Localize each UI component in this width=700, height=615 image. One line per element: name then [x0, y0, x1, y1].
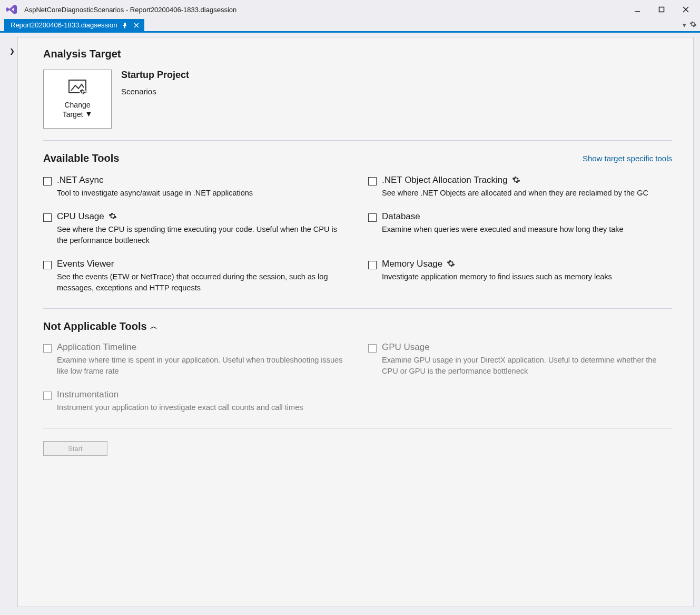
tool-description: Investigate application memory to find i… — [382, 271, 672, 282]
gear-icon[interactable] — [109, 212, 117, 222]
close-button[interactable] — [674, 2, 698, 17]
vs-logo-icon — [5, 3, 18, 16]
tool-title: Events Viewer — [57, 259, 114, 269]
target-subtitle: Scenarios — [121, 87, 189, 96]
separator — [43, 140, 672, 141]
tool-checkbox[interactable] — [43, 261, 52, 269]
tool-item: DatabaseExamine when queries were execut… — [368, 211, 672, 246]
tool-item: GPU UsageExamine GPU usage in your Direc… — [368, 342, 672, 377]
tool-checkbox[interactable] — [368, 177, 377, 186]
minimize-button[interactable] — [625, 2, 649, 17]
tool-description: See where the CPU is spending time execu… — [57, 224, 347, 246]
tool-title: .NET Async — [57, 175, 104, 186]
tool-title: Application Timeline — [57, 342, 136, 353]
change-target-button[interactable]: Change Target ▼ — [43, 70, 112, 129]
tool-checkbox[interactable] — [368, 213, 377, 222]
show-target-specific-link[interactable]: Show target specific tools — [583, 154, 672, 163]
gear-icon[interactable] — [512, 175, 520, 186]
change-target-label: Change Target ▼ — [63, 100, 93, 119]
tool-description: Examine where time is spent in your appl… — [57, 355, 347, 377]
tool-checkbox — [43, 392, 52, 400]
tool-item: CPU UsageSee where the CPU is spending t… — [43, 211, 347, 246]
document-tab[interactable]: Report20200406-1833.diagsession — [4, 19, 144, 31]
picture-gear-icon — [68, 79, 87, 95]
separator — [43, 308, 672, 309]
tool-description: See where .NET Objects are allocated and… — [382, 188, 672, 199]
tool-checkbox — [368, 344, 377, 353]
tool-item: Application TimelineExamine where time i… — [43, 342, 347, 377]
tool-title: CPU Usage — [57, 211, 104, 222]
side-gutter: ❯ — [6, 37, 18, 607]
main-content: Analysis Target Change Target ▼ Sta — [18, 37, 694, 607]
separator — [43, 428, 672, 428]
tool-item: .NET Object Allocation TrackingSee where… — [368, 175, 672, 199]
tool-item: .NET AsyncTool to investigate async/awai… — [43, 175, 347, 199]
available-tools-heading: Available Tools — [43, 152, 119, 164]
tool-description: Examine when queries were executed and m… — [382, 224, 672, 235]
tool-item: Events ViewerSee the events (ETW or NetT… — [43, 259, 347, 294]
tool-description: See the events (ETW or NetTrace) that oc… — [57, 271, 347, 294]
pin-icon[interactable] — [121, 22, 129, 29]
tool-checkbox[interactable] — [368, 261, 377, 269]
expand-chevron-icon[interactable]: ❯ — [9, 47, 15, 607]
svg-rect-1 — [659, 7, 664, 12]
tool-item: Memory UsageInvestigate application memo… — [368, 259, 672, 294]
tool-title: .NET Object Allocation Tracking — [382, 175, 508, 186]
window-title: AspNetCoreDiagnosticScenarios - Report20… — [24, 6, 236, 14]
tabstrip: Report20200406-1833.diagsession ▾ — [0, 19, 700, 33]
tool-description: Examine GPU usage in your DirectX applic… — [382, 355, 672, 377]
tool-title: Database — [382, 211, 420, 222]
tool-title: Memory Usage — [382, 259, 442, 269]
tab-overflow-dropdown[interactable]: ▾ — [683, 21, 686, 29]
target-title: Startup Project — [121, 70, 189, 81]
tool-description: Tool to investigate async/await usage in… — [57, 188, 347, 199]
gear-icon[interactable] — [447, 259, 455, 269]
tool-description: Instrument your application to investiga… — [57, 402, 347, 413]
tool-checkbox[interactable] — [43, 213, 52, 222]
tool-checkbox[interactable] — [43, 177, 52, 186]
not-applicable-toggle[interactable]: Not Applicable Tools ︿ — [43, 320, 672, 333]
tool-item: InstrumentationInstrument your applicati… — [43, 389, 347, 413]
maximize-button[interactable] — [649, 2, 674, 17]
tool-title: Instrumentation — [57, 389, 119, 400]
caret-down-icon: ▼ — [85, 109, 92, 119]
chevron-up-icon: ︿ — [150, 322, 157, 331]
start-button[interactable]: Start — [43, 441, 107, 456]
analysis-target-heading: Analysis Target — [43, 48, 672, 60]
tab-close-icon[interactable] — [133, 22, 140, 29]
tool-title: GPU Usage — [382, 342, 430, 353]
gear-icon[interactable] — [689, 21, 697, 30]
titlebar: AspNetCoreDiagnosticScenarios - Report20… — [0, 0, 700, 19]
tool-checkbox — [43, 344, 52, 353]
tab-label: Report20200406-1833.diagsession — [11, 21, 117, 29]
